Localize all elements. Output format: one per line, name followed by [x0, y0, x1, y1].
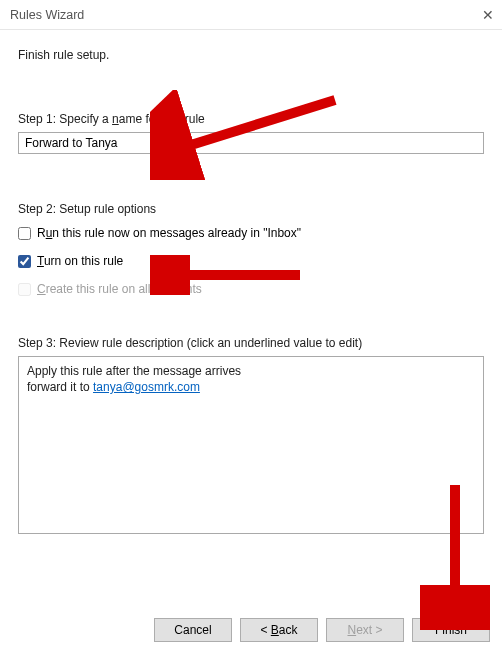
- option-turn-on-key: T: [37, 254, 44, 268]
- option-create-all-key: C: [37, 282, 46, 296]
- checkbox-turn-on[interactable]: [18, 255, 31, 268]
- step1-label: Step 1: Specify a name for this rule: [18, 112, 484, 126]
- option-create-all: Create this rule on all accounts: [18, 282, 484, 296]
- forward-email-link[interactable]: tanya@gosmrk.com: [93, 380, 200, 394]
- back-prefix: <: [260, 623, 270, 637]
- rule-description-box[interactable]: Apply this rule after the message arrive…: [18, 356, 484, 534]
- finish-button[interactable]: Finish: [412, 618, 490, 642]
- finish-setup-heading: Finish rule setup.: [18, 48, 484, 62]
- next-post: ext >: [356, 623, 382, 637]
- desc-line-1: Apply this rule after the message arrive…: [27, 363, 475, 379]
- title-bar: Rules Wizard ✕: [0, 0, 502, 30]
- checkbox-run-now[interactable]: [18, 227, 31, 240]
- back-key: B: [271, 623, 279, 637]
- cancel-button[interactable]: Cancel: [154, 618, 232, 642]
- next-key: N: [347, 623, 356, 637]
- window-title: Rules Wizard: [10, 8, 84, 22]
- option-turn-on-label: Turn on this rule: [37, 254, 123, 268]
- option-run-post: n this rule now on messages already in "…: [52, 226, 301, 240]
- step2-heading: Step 2: Setup rule options: [18, 202, 484, 216]
- close-icon[interactable]: ✕: [464, 7, 494, 23]
- option-run-now-label: Run this rule now on messages already in…: [37, 226, 301, 240]
- option-turn-on[interactable]: Turn on this rule: [18, 254, 484, 268]
- desc-line-2-pre: forward it to: [27, 380, 93, 394]
- step1-label-key: n: [112, 112, 119, 126]
- step3-heading: Step 3: Review rule description (click a…: [18, 336, 484, 350]
- back-post: ack: [279, 623, 298, 637]
- option-create-all-label: Create this rule on all accounts: [37, 282, 202, 296]
- option-turn-on-post: urn on this rule: [44, 254, 123, 268]
- next-button: Next >: [326, 618, 404, 642]
- option-create-all-post: reate this rule on all accounts: [46, 282, 202, 296]
- button-bar: Cancel < Back Next > Finish: [154, 618, 490, 642]
- option-run-now[interactable]: Run this rule now on messages already in…: [18, 226, 484, 240]
- desc-line-2: forward it to tanya@gosmrk.com: [27, 379, 475, 395]
- step1-label-post: ame for this rule: [119, 112, 205, 126]
- step1-label-pre: Step 1: Specify a: [18, 112, 112, 126]
- checkbox-create-all: [18, 283, 31, 296]
- rule-name-input[interactable]: [18, 132, 484, 154]
- option-run-pre: R: [37, 226, 46, 240]
- back-button[interactable]: < Back: [240, 618, 318, 642]
